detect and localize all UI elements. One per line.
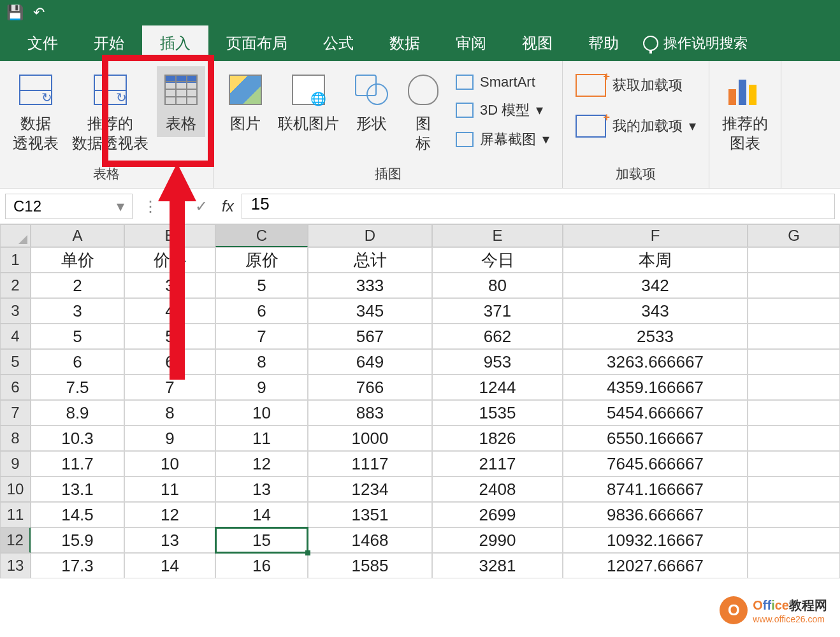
row-header-13[interactable]: 13 xyxy=(0,553,31,578)
pivottable-button[interactable]: 数据 透视表 xyxy=(8,66,64,157)
cell-E12[interactable]: 2990 xyxy=(432,527,563,553)
cell-E11[interactable]: 2699 xyxy=(432,502,563,527)
cell-G3[interactable] xyxy=(748,298,840,324)
cell-C7[interactable]: 10 xyxy=(215,400,308,426)
cell-E9[interactable]: 2117 xyxy=(432,451,563,476)
cell-F4[interactable]: 2533 xyxy=(563,324,748,349)
tab-help[interactable]: 帮助 xyxy=(570,25,637,61)
cell-D10[interactable]: 1234 xyxy=(308,476,432,502)
tab-formulas[interactable]: 公式 xyxy=(305,25,372,61)
table-button[interactable]: 表格 xyxy=(157,66,205,137)
cell-F13[interactable]: 12027.66667 xyxy=(563,553,748,578)
tab-insert[interactable]: 插入 xyxy=(142,25,208,61)
row-header-4[interactable]: 4 xyxy=(0,324,31,349)
cell-B10[interactable]: 11 xyxy=(124,476,215,502)
cell-A2[interactable]: 2 xyxy=(31,273,124,298)
tab-pagelayout[interactable]: 页面布局 xyxy=(208,25,305,61)
tab-data[interactable]: 数据 xyxy=(372,25,438,61)
cell-C10[interactable]: 13 xyxy=(215,476,308,502)
save-icon[interactable]: 💾 xyxy=(6,4,24,21)
cell-G11[interactable] xyxy=(748,502,840,527)
cell-C11[interactable]: 14 xyxy=(215,502,308,527)
cell-A3[interactable]: 3 xyxy=(31,298,124,324)
cell-D5[interactable]: 649 xyxy=(308,349,432,375)
row-header-12[interactable]: 12 xyxy=(0,527,31,553)
cell-B7[interactable]: 8 xyxy=(124,400,215,426)
undo-icon[interactable]: ↶ xyxy=(33,4,45,21)
cell-E6[interactable]: 1244 xyxy=(432,375,563,400)
cancel-button[interactable]: ✕ xyxy=(163,194,189,219)
cell-F2[interactable]: 342 xyxy=(563,273,748,298)
cell-A13[interactable]: 17.3 xyxy=(31,553,124,578)
row-header-3[interactable]: 3 xyxy=(0,298,31,324)
formula-input[interactable]: 15 xyxy=(242,194,835,219)
cell-A4[interactable]: 5 xyxy=(31,324,124,349)
cell-A8[interactable]: 10.3 xyxy=(31,426,124,451)
cell-C1[interactable]: 原价 xyxy=(215,247,308,273)
cell-E1[interactable]: 今日 xyxy=(432,247,563,273)
cell-D7[interactable]: 883 xyxy=(308,400,432,426)
cell-C2[interactable]: 5 xyxy=(215,273,308,298)
cell-G1[interactable] xyxy=(748,247,840,273)
tell-me-search[interactable]: 操作说明搜索 xyxy=(643,34,748,53)
cell-G10[interactable] xyxy=(748,476,840,502)
cell-C6[interactable]: 9 xyxy=(215,375,308,400)
cell-F9[interactable]: 7645.666667 xyxy=(563,451,748,476)
cell-G9[interactable] xyxy=(748,451,840,476)
row-header-11[interactable]: 11 xyxy=(0,502,31,527)
cell-A1[interactable]: 单价 xyxy=(31,247,124,273)
col-header-E[interactable]: E xyxy=(432,224,563,247)
cell-E7[interactable]: 1535 xyxy=(432,400,563,426)
cell-C5[interactable]: 8 xyxy=(215,349,308,375)
cell-D6[interactable]: 766 xyxy=(308,375,432,400)
tab-view[interactable]: 视图 xyxy=(504,25,570,61)
cell-B5[interactable]: 6 xyxy=(124,349,215,375)
my-addins-button[interactable]: 我的加载项 ▾ xyxy=(570,112,701,140)
row-header-1[interactable]: 1 xyxy=(0,247,31,273)
cell-A9[interactable]: 11.7 xyxy=(31,451,124,476)
row-header-10[interactable]: 10 xyxy=(0,476,31,502)
col-header-A[interactable]: A xyxy=(31,224,124,247)
cell-G4[interactable] xyxy=(748,324,840,349)
cell-D4[interactable]: 567 xyxy=(308,324,432,349)
cell-A10[interactable]: 13.1 xyxy=(31,476,124,502)
screenshot-button[interactable]: 屏幕截图 ▾ xyxy=(451,127,554,152)
cell-D3[interactable]: 345 xyxy=(308,298,432,324)
row-header-6[interactable]: 6 xyxy=(0,375,31,400)
cell-G5[interactable] xyxy=(748,349,840,375)
tab-file[interactable]: 文件 xyxy=(10,25,76,61)
row-header-8[interactable]: 8 xyxy=(0,426,31,451)
cell-E8[interactable]: 1826 xyxy=(432,426,563,451)
recommended-pivot-button[interactable]: 推荐的 数据透视表 xyxy=(67,66,154,157)
cell-B6[interactable]: 7 xyxy=(124,375,215,400)
cell-F8[interactable]: 6550.166667 xyxy=(563,426,748,451)
cell-D1[interactable]: 总计 xyxy=(308,247,432,273)
cell-G13[interactable] xyxy=(748,553,840,578)
cell-D13[interactable]: 1585 xyxy=(308,553,432,578)
select-all-corner[interactable] xyxy=(0,224,31,247)
cell-D12[interactable]: 1468 xyxy=(308,527,432,553)
cell-F12[interactable]: 10932.16667 xyxy=(563,527,748,553)
3dmodel-button[interactable]: 3D 模型 ▾ xyxy=(451,98,554,122)
tab-home[interactable]: 开始 xyxy=(76,25,142,61)
cell-B1[interactable]: 价格 xyxy=(124,247,215,273)
cell-F3[interactable]: 343 xyxy=(563,298,748,324)
col-header-B[interactable]: B xyxy=(124,224,215,247)
cell-B8[interactable]: 9 xyxy=(124,426,215,451)
cell-E5[interactable]: 953 xyxy=(432,349,563,375)
cell-C8[interactable]: 11 xyxy=(215,426,308,451)
cell-C4[interactable]: 7 xyxy=(215,324,308,349)
cell-B13[interactable]: 14 xyxy=(124,553,215,578)
get-addins-button[interactable]: 获取加载项 xyxy=(570,71,701,99)
cell-C12[interactable]: 15 xyxy=(215,527,308,553)
cell-E4[interactable]: 662 xyxy=(432,324,563,349)
cell-B2[interactable]: 3 xyxy=(124,273,215,298)
cell-F10[interactable]: 8741.166667 xyxy=(563,476,748,502)
icons-button[interactable]: 图 标 xyxy=(399,66,447,157)
cell-C13[interactable]: 16 xyxy=(215,553,308,578)
cell-G2[interactable] xyxy=(748,273,840,298)
cell-G8[interactable] xyxy=(748,426,840,451)
cell-C9[interactable]: 12 xyxy=(215,451,308,476)
row-header-9[interactable]: 9 xyxy=(0,451,31,476)
picture-button[interactable]: 图片 xyxy=(221,66,270,137)
